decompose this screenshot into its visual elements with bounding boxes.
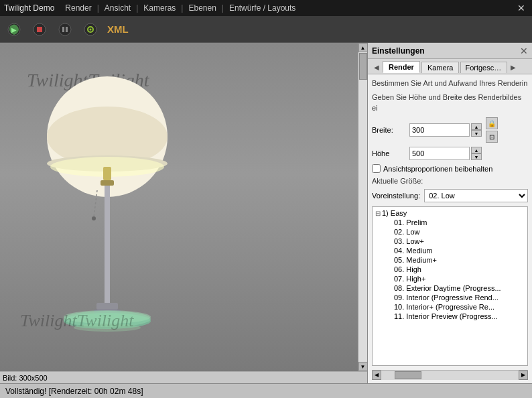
close-button[interactable]: ✕ [515,3,528,13]
breite-side-btns: 🔒 ⊡ [486,117,498,143]
svg-rect-3 [37,27,42,32]
scroll-thumb[interactable] [359,53,367,80]
hoehe-row: Höhe ▲ ▼ [372,147,528,160]
render-status-bar: Bild: 300x500 [0,371,367,383]
tree-item-exterior[interactable]: 08. Exterior Daytime (Progress... [373,283,527,293]
tree-item-interior-plus[interactable]: 10. Interior+ (Progressive Re... [373,302,527,312]
tree-item-interior[interactable]: 09. Interior (Progressive Rend... [373,293,527,302]
breite-spin-up[interactable]: ▲ [471,123,482,130]
menu-ebenen[interactable]: Ebenen [183,2,221,14]
hscroll-thumb[interactable] [395,371,421,379]
statusbar: Vollständig! [Renderzeit: 00h 02m 48s] [0,383,532,398]
tree-item-medium[interactable]: 04. Medium [373,246,527,255]
voreinstellung-row: Voreinstellung: 01. Prelim 02. Low 03. L… [372,189,528,202]
breite-spinners: ▲ ▼ [471,123,482,137]
hoehe-label: Höhe [372,149,405,157]
voreinstellung-label: Voreinstellung: [372,192,420,200]
settings-header: Einstellungen ✕ [368,43,532,59]
hscroll-right-arrow[interactable]: ▶ [519,371,528,380]
proportions-row: Ansichtsproportionen beibehalten [372,164,528,173]
breite-label: Breite: [372,126,405,134]
tab-kamera[interactable]: Kamera [421,62,460,73]
breite-input-wrap: ▲ ▼ [409,123,482,137]
xml-button[interactable]: XML [105,23,131,35]
tab-render[interactable]: Render [383,61,420,73]
svg-rect-14 [103,167,111,180]
render-status-text: Bild: 300x500 [3,374,48,382]
svg-point-9 [90,28,92,30]
aktuelle-row: Aktuelle Größe: [372,177,528,185]
left-content: TwilightTwilight [0,43,367,371]
menu-kameras[interactable]: Kameras [138,2,181,14]
fit-icon[interactable]: ⊡ [486,131,498,143]
render-desc2: Geben Sie Höhe und Breite des Renderbild… [372,92,528,113]
tab-prev-arrow[interactable]: ◀ [371,60,383,74]
vertical-scrollbar[interactable]: ▲ ▼ [358,43,367,371]
svg-text:▶: ▶ [11,26,17,34]
svg-point-4 [59,23,71,36]
preset-tree: ⊟ 1) Easy 01. Prelim 02. Low 03. Low+ 04… [372,206,528,366]
menubar: Render | Ansicht | Kameras | Ebenen | En… [60,2,301,14]
settings-button[interactable] [79,18,102,41]
hoehe-spin-up[interactable]: ▲ [471,147,482,153]
tree-inner: ⊟ 1) Easy 01. Prelim 02. Low 03. Low+ 04… [373,207,527,365]
voreinstellung-select[interactable]: 01. Prelim 02. Low 03. Low+ 04. Medium 0… [424,189,528,202]
toolbar: ▶ XML [0,16,532,43]
tree-group-label: 1) Easy [382,209,407,217]
scroll-up-arrow[interactable]: ▲ [358,43,368,52]
hscroll-track [381,371,519,380]
menu-entwuerfe[interactable]: Entwürfe / Layouts [224,2,301,14]
svg-rect-5 [62,27,64,32]
breite-input[interactable] [409,123,470,137]
lamp-scene: TwilightTwilight [0,43,358,371]
tree-item-high[interactable]: 06. High [373,265,527,274]
tree-item-low-plus[interactable]: 03. Low+ [373,237,527,246]
scroll-track [358,52,368,362]
tab-fortgeschrit[interactable]: Fortgeschrit... [460,62,507,73]
svg-rect-6 [66,27,68,32]
hoehe-input[interactable] [409,147,470,160]
svg-rect-15 [101,180,114,186]
proportions-checkbox[interactable] [372,164,381,173]
menu-render[interactable]: Render [60,2,96,14]
render-start-button[interactable]: ▶ [3,18,25,41]
aktuelle-label: Aktuelle Größe: [372,177,423,185]
tree-item-interior-preview[interactable]: 11. Interior Preview (Progress... [373,312,527,321]
main-area: TwilightTwilight [0,43,532,383]
tree-item-low[interactable]: 02. Low [373,227,527,237]
svg-rect-16 [105,186,110,306]
hscroll-left-arrow[interactable]: ◀ [372,371,381,380]
hoehe-spin-down[interactable]: ▼ [471,153,482,160]
hoehe-spinners: ▲ ▼ [471,147,482,160]
settings-title: Einstellungen [372,46,425,56]
svg-rect-19 [96,303,118,310]
tree-hscrollbar[interactable]: ◀ ▶ [372,370,528,379]
render-area: TwilightTwilight [0,43,358,371]
lock-icon[interactable]: 🔒 [486,117,498,129]
proportions-label: Ansichtsproportionen beibehalten [383,165,492,173]
settings-content: Bestimmen Sie Art und Aufwand Ihres Rend… [368,74,532,383]
statusbar-text: Vollständig! [Renderzeit: 00h 02m 48s] [5,387,143,396]
tree-item-prelim[interactable]: 01. Prelim [373,218,527,227]
hoehe-input-wrap: ▲ ▼ [409,147,482,160]
titlebar: Twilight Demo Render | Ansicht | Kameras… [0,0,532,16]
settings-panel: Einstellungen ✕ ◀ Render Kamera Fortgesc… [367,43,532,383]
settings-tabs: ◀ Render Kamera Fortgeschrit... ▶ [368,59,532,74]
app-title: Twilight Demo [4,3,54,13]
tree-item-medium-plus[interactable]: 05. Medium+ [373,255,527,265]
scroll-down-arrow[interactable]: ▼ [358,362,368,371]
menu-ansicht[interactable]: Ansicht [99,2,136,14]
watermark-bottom: TwilightTwilight [20,311,134,331]
tree-group-easy[interactable]: ⊟ 1) Easy [373,208,527,218]
settings-close-button[interactable]: ✕ [520,46,528,56]
left-panel: TwilightTwilight [0,43,367,383]
stop-button[interactable] [28,18,51,41]
render-desc1: Bestimmen Sie Art und Aufwand Ihres Rend… [372,78,528,88]
breite-spin-down[interactable]: ▼ [471,130,482,137]
tree-item-high-plus[interactable]: 07. High+ [373,274,527,283]
svg-point-18 [92,216,96,220]
titlebar-left: Twilight Demo Render | Ansicht | Kameras… [4,2,301,14]
breite-row: Breite: ▲ ▼ 🔒 ⊡ [372,117,528,143]
pause-button[interactable] [54,18,76,41]
tab-next-arrow[interactable]: ▶ [507,60,519,74]
